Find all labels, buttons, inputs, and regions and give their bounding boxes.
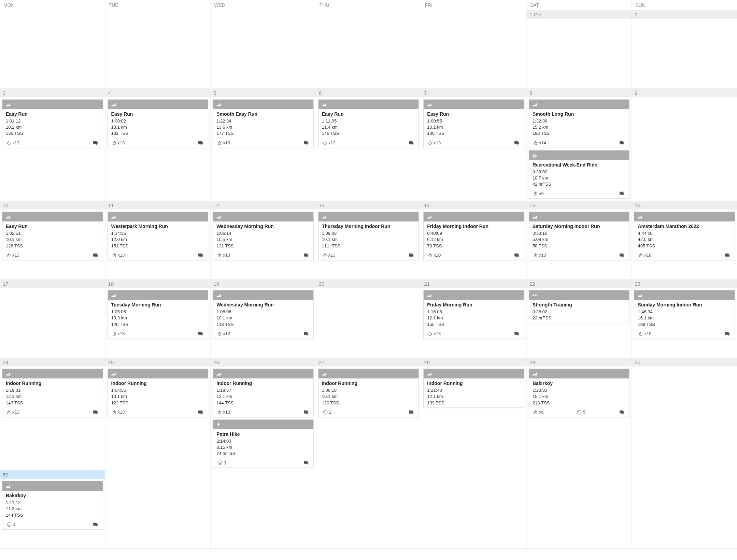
comments-button[interactable]	[618, 140, 625, 146]
workout-card[interactable]: Recreational Week-End Ride0:38:0210.7 km…	[529, 150, 630, 199]
day-cell[interactable]: 7Easy Run1:00:5510.1 km130 TSSx13	[421, 89, 527, 201]
day-cell[interactable]: 16Amsterdam Marathon 20224:44:0042.0 km4…	[632, 201, 737, 279]
comments-button[interactable]	[302, 253, 309, 258]
comments-button[interactable]	[724, 331, 731, 336]
day-cell[interactable]	[527, 470, 632, 549]
day-cell[interactable]: 22Strength Training0:38:0222 hrTSS	[527, 279, 632, 358]
day-cell[interactable]: 13Thursday Morning Indoor Run1:09:0810.1…	[316, 201, 422, 279]
day-cell[interactable]: 21Friday Morning Run1:16:0512.1 km155 TS…	[421, 279, 527, 358]
workout-card[interactable]: Bakırköy1:23:3315.1 km218 TSSx65	[529, 369, 630, 417]
comments-button[interactable]	[92, 522, 99, 527]
day-cell[interactable]	[632, 470, 737, 549]
day-cell[interactable]: 4Easy Run1:00:0210.1 km132 TSSx13	[105, 89, 211, 201]
workout-card[interactable]: Petra Hike2:14:038.15 km74 hrTSS3	[213, 419, 314, 468]
workout-card[interactable]: Easy Run1:00:0210.1 km132 TSSx13	[108, 99, 209, 148]
day-cell[interactable]: 14Friday Morning Indoor Run0:40:096.12 k…	[421, 201, 527, 279]
workout-card[interactable]: Indoor Running1:18:5712.1 km144 TSSx13	[213, 369, 314, 417]
day-cell[interactable]	[105, 470, 211, 549]
day-cell[interactable]: 17	[0, 279, 105, 358]
day-cell[interactable]	[211, 470, 316, 549]
workout-card[interactable]: Bakırköy1:11:1211.3 km144 TSS1	[2, 481, 103, 530]
workout-card[interactable]: Westerpark Morning Run1:14:3612.0 km151 …	[108, 212, 209, 260]
workout-card[interactable]: Easy Run1:00:5510.1 km130 TSSx13	[423, 99, 524, 148]
comments-button[interactable]	[302, 140, 309, 146]
day-cell[interactable]: 2	[632, 10, 737, 89]
workout-title: Wednesday Morning Run	[216, 302, 310, 307]
day-cell[interactable]: 26Indoor Running1:18:5712.1 km144 TSSx13…	[211, 358, 316, 470]
day-cell[interactable]: 12Wednesday Morning Run1:06:1410.5 km131…	[211, 201, 316, 279]
workout-body: Recreational Week-End Ride0:38:0210.7 km…	[529, 160, 629, 189]
comments-button[interactable]	[197, 331, 204, 336]
day-cell[interactable]	[211, 10, 316, 89]
comments-button[interactable]	[197, 140, 204, 146]
day-cell[interactable]: 11Westerpark Morning Run1:14:3612.0 km15…	[105, 201, 211, 279]
day-cell[interactable]: 18Tuesday Morning Run1:05:0610.3 km126 T…	[105, 279, 211, 358]
comments-button[interactable]	[302, 460, 309, 465]
comments-button[interactable]	[513, 140, 520, 146]
day-cell[interactable]: 1 Oct	[527, 10, 632, 89]
day-cell[interactable]: 23Sunday Morning Indoor Run1:46:3416.1 k…	[632, 279, 737, 358]
day-cell[interactable]: 5Smooth Easy Run1:22:3413.6 km177 TSSx13	[211, 89, 316, 201]
day-cell[interactable]: 6Easy Run1:11:0511.4 km146 TSSx13	[316, 89, 422, 201]
workout-card[interactable]: Easy Run1:11:0511.4 km146 TSSx13	[318, 99, 419, 148]
run-icon	[426, 214, 432, 219]
workout-card[interactable]: Saturday Morning Indoor Run0:33:165.08 k…	[529, 212, 630, 260]
workout-card[interactable]: Easy Run1:01:1210.2 km136 TSSx13	[2, 99, 103, 148]
workout-card[interactable]: Strength Training0:38:0222 hrTSS	[529, 290, 630, 323]
workout-card[interactable]: Indoor Running1:06:1810.1 km120 TSS2	[318, 369, 419, 417]
charts-count: x13	[6, 253, 19, 258]
comments-button[interactable]	[197, 410, 204, 415]
day-cell[interactable]	[421, 10, 527, 89]
day-cell[interactable]	[316, 470, 422, 549]
day-cell[interactable]	[316, 10, 422, 89]
comments-button[interactable]	[408, 410, 414, 415]
comments-button[interactable]	[302, 331, 309, 336]
workout-card[interactable]: Indoor Running1:04:5610.1 km122 TSSx13	[108, 369, 209, 417]
day-cell[interactable]: 28Indoor Running1:21:4012.1 km139 TSS	[421, 358, 527, 470]
workout-card[interactable]: Amsterdam Marathon 20224:44:0042.0 km495…	[634, 212, 735, 260]
workout-card[interactable]: Wednesday Morning Run1:08:0610.1 km118 T…	[213, 290, 314, 339]
workout-card[interactable]: Smooth Easy Run1:22:3413.6 km177 TSSx13	[213, 99, 314, 148]
day-cell[interactable]: 3Easy Run1:01:1210.2 km136 TSSx13	[0, 89, 105, 201]
comments-button[interactable]	[513, 331, 520, 336]
day-cell[interactable]: 20	[316, 279, 422, 358]
workout-card[interactable]: Sunday Morning Indoor Run1:46:3416.1 km1…	[634, 290, 735, 339]
day-cell[interactable]: 31Bakırköy1:11:1211.3 km144 TSS1	[0, 470, 105, 549]
comments-button[interactable]	[618, 253, 625, 258]
day-cell[interactable]: 30	[632, 358, 737, 470]
comments-button[interactable]	[513, 253, 520, 258]
workout-card[interactable]: Friday Morning Indoor Run0:40:096.12 km7…	[423, 212, 524, 260]
comments-button[interactable]	[724, 253, 731, 258]
comments-button[interactable]	[408, 253, 414, 258]
day-cell[interactable]	[421, 470, 527, 549]
workout-card[interactable]: Indoor Running1:21:4012.1 km139 TSS	[423, 369, 524, 408]
day-cell[interactable]: 19Wednesday Morning Run1:08:0610.1 km118…	[211, 279, 316, 358]
day-cell[interactable]: 25Indoor Running1:04:5610.1 km122 TSSx13	[105, 358, 211, 470]
day-cell[interactable]: 9	[632, 89, 737, 201]
day-cell[interactable]	[0, 10, 105, 89]
day-cell[interactable]: 15Saturday Morning Indoor Run0:33:165.08…	[527, 201, 632, 279]
day-cell[interactable]: 27Indoor Running1:06:1810.1 km120 TSS2	[316, 358, 422, 470]
comments-button[interactable]	[618, 410, 625, 415]
day-cell[interactable]	[105, 10, 211, 89]
stopwatch-icon	[533, 141, 538, 145]
comments-button[interactable]	[92, 253, 99, 258]
comments-button[interactable]	[197, 253, 204, 258]
day-cell[interactable]: 8Smooth Long Run1:32:3915.2 km193 TSSx14…	[527, 89, 632, 201]
workout-card[interactable]: Thursday Morning Indoor Run1:09:0810.1 k…	[318, 212, 419, 260]
day-cell[interactable]: 10Easy Run1:02:5110.1 km126 TSSx13	[0, 201, 105, 279]
workout-card[interactable]: Wednesday Morning Run1:06:1410.5 km131 T…	[213, 212, 314, 260]
day-cell[interactable]: 24Indoor Running1:19:3112.1 km143 TSSx13	[0, 358, 105, 470]
comments-button[interactable]	[302, 410, 309, 415]
workout-card[interactable]: Tuesday Morning Run1:05:0610.3 km126 TSS…	[108, 290, 209, 339]
comments-button[interactable]	[92, 410, 99, 415]
day-cell[interactable]: 29Bakırköy1:23:3315.1 km218 TSSx65	[527, 358, 632, 470]
comments-button[interactable]	[408, 140, 414, 146]
comments-button[interactable]	[92, 140, 99, 146]
workout-card[interactable]: Indoor Running1:19:3112.1 km143 TSSx13	[2, 369, 103, 417]
workout-card[interactable]: Friday Morning Run1:16:0512.1 km155 TSSx…	[423, 290, 524, 339]
comments-button[interactable]	[618, 191, 625, 196]
workout-card[interactable]: Easy Run1:02:5110.1 km126 TSSx13	[2, 212, 103, 260]
workout-card[interactable]: Smooth Long Run1:32:3915.2 km193 TSSx14	[529, 99, 630, 148]
stopwatch-icon	[323, 141, 327, 145]
